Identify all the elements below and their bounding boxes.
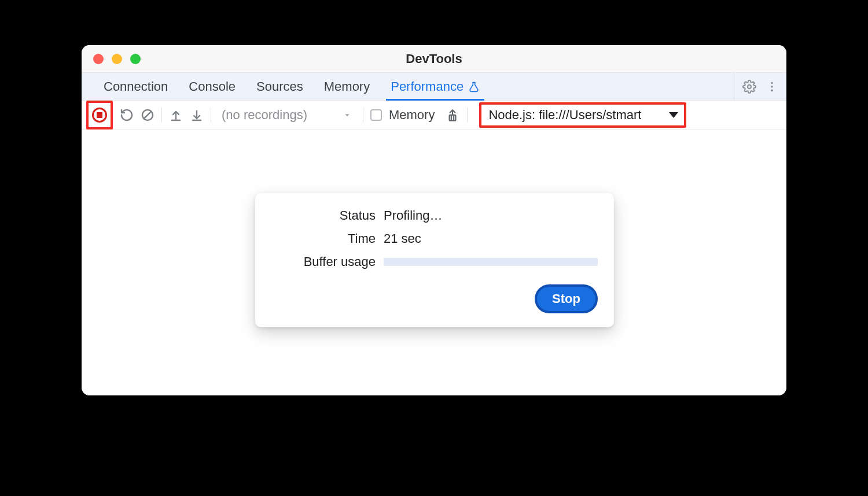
svg-point-3 — [771, 89, 773, 91]
record-stop-button[interactable] — [92, 108, 107, 123]
download-profile-button[interactable] — [190, 108, 204, 122]
svg-point-1 — [771, 82, 773, 84]
performance-toolbar: (no recordings) Memory Node.js: file:///… — [82, 101, 786, 129]
svg-point-0 — [748, 85, 751, 88]
more-menu-icon[interactable] — [766, 80, 778, 93]
buffer-usage-bar — [384, 258, 598, 266]
memory-checkbox-label: Memory — [389, 108, 435, 123]
chevron-down-icon — [342, 110, 352, 120]
time-label: Time — [271, 231, 376, 246]
tab-memory[interactable]: Memory — [314, 73, 380, 100]
panels-tabbar: Connection Console Sources Memory Perfor… — [82, 73, 786, 101]
tab-label: Connection — [104, 79, 168, 94]
svg-line-5 — [144, 112, 151, 119]
dropdown-caret-icon — [669, 112, 678, 118]
tab-console[interactable]: Console — [178, 73, 246, 100]
clear-button[interactable] — [141, 108, 155, 122]
window-title: DevTools — [82, 51, 786, 66]
maximize-window-button[interactable] — [130, 54, 141, 64]
toolbar-separator — [161, 108, 162, 123]
tab-label: Memory — [324, 79, 370, 94]
svg-rect-6 — [450, 115, 456, 121]
tab-label: Performance — [391, 79, 464, 94]
settings-gear-icon[interactable] — [742, 80, 756, 94]
tab-label: Console — [189, 79, 236, 94]
javascript-target-select[interactable]: Node.js: file:///Users/stmart — [479, 102, 686, 128]
time-value: 21 sec — [384, 231, 598, 246]
recordings-select[interactable]: (no recordings) — [218, 108, 356, 123]
minimize-window-button[interactable] — [112, 54, 122, 64]
buffer-usage-label: Buffer usage — [271, 254, 376, 269]
titlebar: DevTools — [82, 45, 786, 73]
tab-label: Sources — [256, 79, 303, 94]
toolbar-separator — [211, 108, 211, 123]
close-window-button[interactable] — [93, 54, 104, 64]
upload-profile-button[interactable] — [169, 108, 183, 122]
memory-checkbox[interactable] — [370, 109, 382, 121]
window-traffic-lights — [82, 54, 141, 64]
tab-sources[interactable]: Sources — [246, 73, 314, 100]
experiment-flask-icon — [468, 81, 480, 92]
svg-point-2 — [771, 86, 773, 88]
record-stop-icon — [92, 108, 107, 123]
recordings-placeholder: (no recordings) — [222, 108, 307, 123]
profiling-status-card: Status Profiling… Time 21 sec Buffer usa… — [255, 193, 614, 327]
tab-performance[interactable]: Performance — [380, 73, 490, 100]
tab-connection[interactable]: Connection — [93, 73, 178, 100]
status-value: Profiling… — [384, 208, 598, 223]
toolbar-separator — [467, 108, 468, 123]
collect-garbage-button[interactable] — [445, 108, 460, 123]
toolbar-separator — [363, 108, 363, 123]
stop-profiling-button[interactable]: Stop — [535, 284, 598, 313]
target-selected-label: Node.js: file:///Users/stmart — [488, 108, 641, 123]
performance-main-area: Status Profiling… Time 21 sec Buffer usa… — [82, 129, 786, 395]
status-label: Status — [271, 208, 376, 223]
highlight-record-button — [86, 101, 113, 129]
devtools-window: DevTools Connection Console Sources Memo… — [82, 45, 786, 395]
reload-record-button[interactable] — [120, 108, 134, 122]
